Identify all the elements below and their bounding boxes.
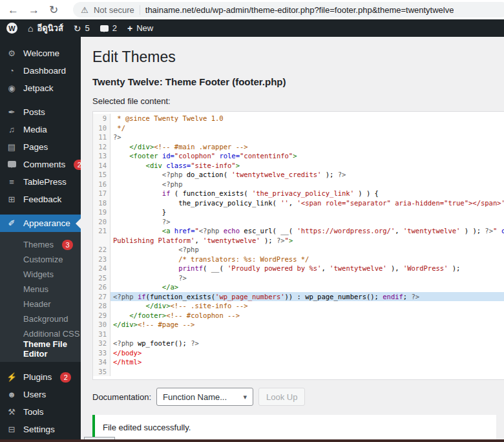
sidebar-item-background[interactable]: Background (0, 311, 81, 326)
forward-icon[interactable]: → (28, 5, 39, 16)
code-line[interactable]: 33</body> (93, 348, 504, 358)
code-line[interactable]: 9 * @since Twenty Twelve 1.0 (93, 114, 504, 123)
code-line[interactable]: 14 <div class="site-info"> (93, 161, 504, 171)
line-number: 30 (93, 320, 110, 330)
site-name: อีดูนิวส์ (37, 21, 63, 35)
sidebar-group: ⚡Plugins2☻Users⚒Tools⊟Settings (0, 368, 81, 438)
url-text[interactable]: thainame.net/edu/wp-admin/theme-editor.p… (145, 5, 454, 15)
code-line[interactable]: 27<?php if(function_exists('wp_page_numb… (93, 292, 504, 302)
code-text: Publishing Platform', 'twentytwelve' ); … (110, 236, 504, 246)
wp-logo-menu[interactable]: W (6, 23, 17, 34)
site-menu[interactable]: ⌂ อีดูนิวส์ (28, 21, 63, 35)
line-number: 25 (93, 273, 110, 283)
code-line[interactable]: 29 </footer><!-- #colophon --> (93, 311, 504, 321)
sidebar-item-settings[interactable]: ⊟Settings (0, 421, 81, 438)
code-line[interactable]: 10 */ (93, 123, 504, 133)
code-line[interactable]: Publishing Platform', 'twentytwelve' ); … (93, 236, 504, 246)
line-number: 20 (93, 217, 110, 227)
sidebar-item-media[interactable]: ♫Media (0, 121, 81, 138)
sidebar-item-welcome[interactable]: ⚙Welcome (0, 45, 81, 62)
line-number: 19 (93, 207, 110, 217)
code-text: } (110, 207, 504, 217)
code-line[interactable]: 34</html> (93, 357, 504, 367)
sidebar-item-appearance[interactable]: ✐Appearance (0, 215, 81, 232)
line-number: 22 (93, 245, 110, 255)
sidebar-item-label: Plugins (23, 372, 52, 382)
sidebar-item-label: Customize (23, 255, 63, 264)
count-badge: 2 (60, 372, 71, 383)
not-secure-warning-icon[interactable]: ⚠ (81, 5, 89, 15)
code-line[interactable]: 18 the_privacy_policy_link( '', '<span r… (93, 198, 504, 208)
sidebar-item-label: Pages (23, 142, 48, 152)
sidebar-item-label: Tools (23, 407, 44, 417)
sidebar-item-menus[interactable]: Menus (0, 282, 81, 297)
code-line[interactable]: 28 </div><!-- .site-info --> (93, 301, 504, 311)
line-number: 29 (93, 311, 110, 321)
sidebar-item-header[interactable]: Header (0, 297, 81, 311)
code-line[interactable]: 13 <footer id="colophon" role="contentin… (93, 151, 504, 161)
code-line[interactable]: 17 if ( function_exists( 'the_privacy_po… (93, 189, 504, 198)
code-line[interactable]: 32<?php wp_footer(); ?> (93, 339, 504, 348)
appearance-icon: ✐ (6, 219, 17, 227)
sidebar-item-jetpack[interactable]: ◉Jetpack (0, 79, 81, 97)
code-text: printf( __( 'Proudly powered by %s', 'tw… (110, 264, 504, 273)
updates-count: 5 (85, 23, 90, 33)
new-content-menu[interactable]: + New (127, 23, 153, 34)
settings-icon: ⊟ (6, 425, 17, 434)
line-number: 31 (93, 330, 110, 339)
sidebar-item-themes[interactable]: Themes3 (0, 237, 81, 252)
code-line[interactable]: 19 } (93, 207, 504, 217)
comments-menu[interactable]: 2 (100, 23, 117, 33)
sidebar-item-plugins[interactable]: ⚡Plugins2 (0, 368, 81, 386)
code-line[interactable]: 15 <?php do_action( 'twentytwelve_credit… (93, 170, 504, 180)
code-line[interactable]: 11?> (93, 132, 504, 142)
code-text: <?php do_action( 'twentytwelve_credits' … (110, 170, 504, 180)
code-line[interactable]: 23 /* translators: %s: WordPress */ (93, 255, 504, 264)
code-line[interactable]: 24 printf( __( 'Proudly powered by %s', … (93, 264, 504, 273)
omnibox-divider (140, 5, 140, 15)
sidebar-item-widgets[interactable]: Widgets (0, 267, 81, 282)
code-text (110, 330, 504, 339)
comments-icon (6, 160, 17, 169)
line-number: 14 (93, 161, 110, 171)
code-line[interactable]: 31 (93, 330, 504, 339)
sidebar-item-theme-file-editor[interactable]: Theme File Editor (0, 341, 81, 356)
code-text: <?php (110, 245, 504, 255)
code-line[interactable]: 12 </div><!-- #main .wrapper --> (93, 142, 504, 152)
sidebar-item-tablepress[interactable]: ≡TablePress (0, 173, 81, 191)
address-bar[interactable]: ⚠ Not secure thainame.net/edu/wp-admin/t… (73, 2, 504, 17)
comments-count: 2 (112, 23, 117, 33)
code-line[interactable]: 25 ?> (93, 273, 504, 283)
code-line[interactable]: 26 </a> (93, 282, 504, 292)
back-icon[interactable]: ← (8, 5, 19, 16)
sidebar-item-label: Additional CSS (23, 329, 79, 339)
line-number: 13 (93, 151, 110, 161)
sidebar-item-tools[interactable]: ⚒Tools (0, 403, 81, 421)
code-line[interactable]: 30</div><!-- #page --> (93, 320, 504, 330)
documentation-row: Documentation: Function Name... ▾ Look U… (92, 388, 504, 406)
code-line[interactable]: 22 <?php (93, 245, 504, 255)
sidebar-item-customize[interactable]: Customize (0, 252, 81, 267)
code-line[interactable]: 16 <?php (93, 180, 504, 189)
code-text: </div><!-- #main .wrapper --> (110, 142, 504, 152)
updates-menu[interactable]: ↻ 5 (74, 23, 90, 33)
documentation-label: Documentation: (92, 392, 151, 402)
look-up-button[interactable]: Look Up (258, 388, 305, 406)
code-text: </footer><!-- #colophon --> (110, 311, 504, 321)
sidebar-item-label: Header (23, 299, 51, 309)
sidebar-item-comments[interactable]: Comments2 (0, 156, 81, 173)
code-line[interactable]: 21 <a href="<?php echo esc_url( __( 'htt… (93, 226, 504, 236)
sidebar-item-users[interactable]: ☻Users (0, 386, 81, 403)
function-name-select[interactable]: Function Name... ▾ (156, 388, 253, 406)
sidebar-group: ⚙Welcome◔Dashboard◉Jetpack (0, 45, 81, 97)
sidebar-item-pages[interactable]: ▤Pages (0, 138, 81, 156)
code-text: /* translators: %s: WordPress */ (110, 255, 504, 264)
code-editor[interactable]: 9 * @since Twenty Twelve 1.010 */11?>12 … (92, 111, 504, 380)
sidebar-item-label: Media (23, 125, 47, 134)
reload-icon[interactable]: ↻ (49, 5, 58, 16)
sidebar-item-posts[interactable]: ✒Posts (0, 103, 81, 121)
sidebar-item-dashboard[interactable]: ◔Dashboard (0, 62, 81, 79)
code-line[interactable]: 20 ?> (93, 217, 504, 227)
sidebar-item-feedback[interactable]: ⊞Feedback (0, 191, 81, 208)
code-line[interactable]: 35 (93, 367, 504, 377)
